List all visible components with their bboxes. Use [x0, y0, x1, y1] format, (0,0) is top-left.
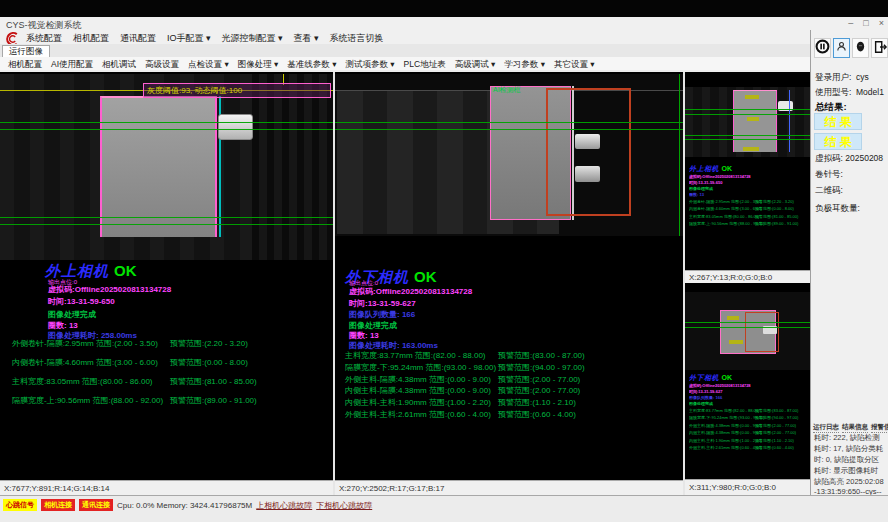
- log-tab-alarm[interactable]: 报警信息: [871, 423, 888, 433]
- measure-row: 内侧卷针-隔膜:4.60mm 范围:(3.00 - 6.00)预警范围:(0.0…: [689, 205, 810, 213]
- measure-row: 内侧主料-主料:1.90mm 范围:(1.00 - 2.20) 预警范围:(1.…: [345, 397, 683, 408]
- mini-image-lower[interactable]: [685, 292, 810, 370]
- measure-value: 外侧主料-主料:2.61mm 范围:(0.60 - 4.00): [689, 444, 755, 452]
- measure-row: 隔膜宽度-下:95.24mm 范围:(93.00 - 98.00)预警范围:(9…: [689, 414, 810, 422]
- pixel-coords-bar: X:7677;Y:891;R:14;G:14;B:14: [0, 480, 333, 495]
- exit-button[interactable]: [871, 38, 888, 58]
- user-icon: [835, 40, 848, 56]
- upper-camera-alarm: 上相机心跳故障: [256, 500, 312, 511]
- status-bar-content: 心跳信号 相机连接 通讯连接 Cpu: 0.0% Memory: 3424.41…: [3, 499, 372, 511]
- minimize-button[interactable]: –: [848, 18, 853, 28]
- warn-range: 预警范围:(2.00 - 77.00): [755, 431, 796, 436]
- virtual-code-label: 虚拟码:: [815, 153, 843, 163]
- mini-image-upper[interactable]: [685, 87, 810, 157]
- queue-text: 图像队列数量: 166: [349, 309, 415, 320]
- exit-door-icon: [873, 40, 887, 57]
- warn-range: 预警范围:(81.00 - 85.00): [170, 376, 257, 387]
- measure-value: 外侧主料-隔膜:4.38mm 范围:(0.00 - 9.00): [345, 375, 491, 384]
- winder-pin-field: 卷针号:: [815, 169, 843, 181]
- green-measure-line: [0, 129, 333, 130]
- measure-value: 内侧主料-隔膜:4.38mm 范围:(0.00 - 9.00): [345, 386, 491, 395]
- green-measure-line: [685, 114, 810, 115]
- warn-range: 预警范围:(94.00 - 97.00): [498, 362, 585, 373]
- pixel-coords-bar: X:270;Y:2502;R:17;G:17;B:17: [335, 480, 683, 495]
- camera-image-upper[interactable]: 灰度阈值:93, 动态阈值:100: [0, 74, 333, 260]
- green-measure-line: [0, 217, 333, 218]
- green-measure-line: [685, 109, 810, 110]
- lower-camera-alarm: 下相机心跳故障: [316, 500, 372, 511]
- metal-clip: [575, 134, 600, 149]
- pixel-coords-bar: X:267;Y:13;R:0;G:0;B:0: [685, 270, 810, 283]
- warn-range: 预警范围:(83.00 - 87.00): [498, 350, 585, 361]
- measure-row: 隔膜宽度-下:95.24mm 范围:(93.00 - 98.00) 预警范围:(…: [345, 362, 683, 373]
- log-tab-result[interactable]: 结果信息: [842, 423, 868, 433]
- measure-value: 主料宽度:83.77mm 范围:(82.00 - 88.00): [345, 351, 486, 360]
- tab-run-image[interactable]: 运行图像: [2, 45, 50, 57]
- result-ok-badge: OK: [114, 262, 137, 279]
- comm-link-badge: 通讯连接: [79, 499, 113, 511]
- measure-value: 主料宽度:83.05mm 范围:(80.00 - 86.00): [12, 377, 153, 386]
- login-user-value: cys: [856, 72, 869, 82]
- right-panel: 登录用户: cys 使用型号: Model1 总结果: 结 果 结 果 虚拟码:…: [810, 30, 888, 495]
- measure-value: 外侧卷针-隔膜:2.95mm 范围:(2.00 - 3.50): [689, 198, 755, 206]
- threshold-text: 灰度阈值:93, 动态阈值:100: [147, 86, 242, 95]
- warn-range: 预警范围:(89.00 - 91.00): [755, 222, 798, 227]
- log-tabs: 运行日志 结果信息 报警信息: [813, 423, 888, 433]
- measure-value: 内侧卷针-隔膜:4.60mm 范围:(3.00 - 6.00): [689, 205, 755, 213]
- threshold-overlay: 灰度阈值:93, 动态阈值:100: [143, 83, 331, 98]
- status-bar: 心跳信号 相机连接 通讯连接 Cpu: 0.0% Memory: 3424.41…: [0, 495, 888, 522]
- blue-edge-line: [789, 90, 790, 152]
- warn-range: 预警范围:(0.60 - 4.00): [755, 446, 794, 451]
- warn-range: 预警范围:(0.60 - 4.00): [498, 409, 576, 420]
- measure-row: 外侧卷针-隔膜:2.95mm 范围:(2.00 - 3.50) 预警范围:(2.…: [12, 338, 332, 349]
- mini-view-upper: 外上相机OK 虚拟码:Offline2025020813134728 时间:13…: [685, 72, 810, 283]
- camera-name: 外下相机: [689, 374, 719, 382]
- camera-view-upper: 灰度阈值:93, 动态阈值:100 外上相机OK 输出点位:0 虚拟码:Offl…: [0, 72, 333, 497]
- screen-top-strip: [0, 0, 888, 17]
- cpu-memory-text: Cpu: 0.0% Memory: 3424.41796875M: [117, 501, 252, 510]
- measure-row: 隔膜宽度-上:90.56mm 范围:(88.00 - 92.00) 预警范围:(…: [12, 395, 332, 406]
- user-button[interactable]: [833, 38, 850, 58]
- warn-range: 预警范围:(0.00 - 8.00): [755, 207, 794, 212]
- maximize-button[interactable]: □: [863, 18, 868, 28]
- yellow-annotation: [745, 95, 759, 99]
- warn-range: 预警范围:(2.20 - 3.20): [170, 338, 248, 349]
- green-measure-line: [685, 322, 810, 323]
- measure-row: 内侧主料-隔膜:4.38mm 范围:(0.00 - 9.00)预警范围:(2.0…: [689, 429, 810, 437]
- green-measure-line: [0, 122, 333, 123]
- measure-row: 内侧主料-主料:1.90mm 范围:(1.00 - 2.20)预警范围:(1.1…: [689, 437, 810, 445]
- warn-range: 预警范围:(1.10 - 2.10): [498, 397, 576, 408]
- ai-detect-box: [546, 88, 631, 216]
- pause-button[interactable]: [814, 38, 831, 58]
- measure-row: 外侧主料-主料:2.61mm 范围:(0.60 - 4.00)预警范围:(0.6…: [689, 444, 810, 452]
- camera-view-lower: AI检测框 外下相机OK 输出点位:0 虚拟码:Offline202502081…: [335, 72, 683, 497]
- measure-value: 内侧主料-主料:1.90mm 范围:(1.00 - 2.20): [345, 398, 491, 407]
- measure-value: 主料宽度:83.77mm 范围:(82.00 - 88.00): [689, 407, 755, 415]
- camera-name: 外上相机: [689, 165, 719, 173]
- camera-image-lower[interactable]: AI检测框: [335, 74, 683, 236]
- device-button[interactable]: [852, 38, 869, 58]
- negative-tab-count-field: 负极耳数量:: [815, 203, 860, 215]
- login-user-label: 登录用户:: [815, 72, 851, 84]
- measure-value: 外侧卷针-隔膜:2.95mm 范围:(2.00 - 3.50): [12, 339, 158, 348]
- warn-range: 预警范围:(83.00 - 87.00): [755, 408, 798, 413]
- electrode-region: [733, 90, 777, 152]
- tab-strip: 运行图像: [0, 44, 810, 58]
- green-measure-line: [685, 135, 810, 136]
- measure-row: 主料宽度:83.05mm 范围:(80.00 - 86.00)预警范围:(81.…: [689, 213, 810, 221]
- image-dark-band: [252, 74, 333, 260]
- model-label: 使用型号:: [815, 87, 851, 99]
- result-ok-badge: OK: [414, 268, 437, 285]
- green-measure-line: [335, 122, 683, 123]
- measure-row: 主料宽度:83.05mm 范围:(80.00 - 86.00) 预警范围:(81…: [12, 376, 332, 387]
- metal-clip: [575, 166, 600, 182]
- camera-link-badge: 相机连接: [41, 499, 75, 511]
- green-measure-line: [685, 139, 810, 140]
- close-button[interactable]: ×: [879, 18, 884, 28]
- log-tab-run[interactable]: 运行日志: [813, 423, 839, 433]
- warn-range: 预警范围:(2.00 - 77.00): [498, 374, 580, 385]
- yellow-annotation: [727, 316, 739, 320]
- measure-value: 隔膜宽度-上:90.56mm 范围:(88.00 - 92.00): [689, 220, 755, 228]
- heartbeat-badge: 心跳信号: [3, 499, 37, 511]
- result-box-lower: 结 果: [814, 133, 862, 150]
